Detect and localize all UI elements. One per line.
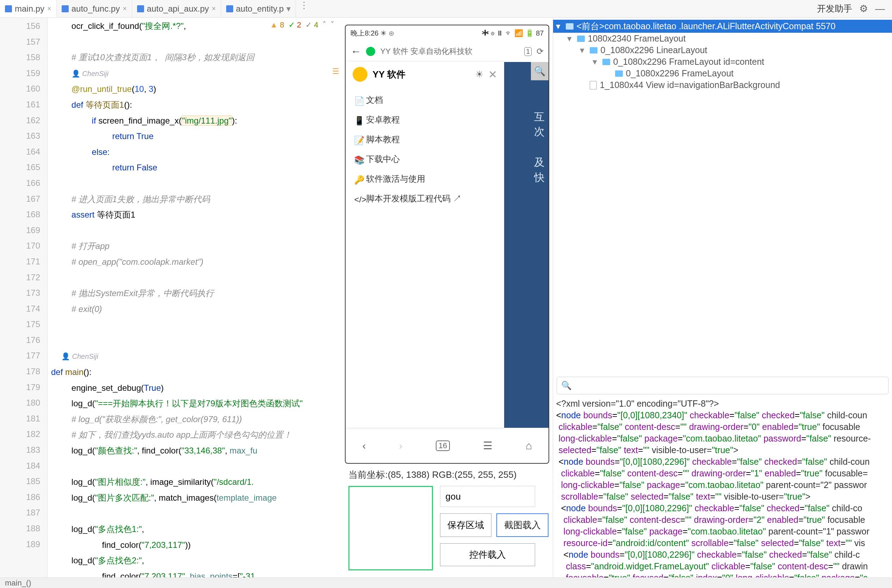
vertical-text: 互次 及快 bbox=[532, 104, 547, 177]
tab-auto-api-aux[interactable]: auto_api_aux.py × bbox=[132, 0, 221, 17]
tab-label: auto_entity.p bbox=[236, 4, 284, 14]
badge-errors[interactable]: 2 bbox=[288, 20, 301, 30]
tree-node-root[interactable]: ▾<前台>com.taobao.litetao .launcher.ALiFlu… bbox=[553, 20, 892, 33]
back-icon[interactable]: ← bbox=[350, 45, 361, 57]
badge-typos[interactable]: 4 bbox=[305, 20, 318, 30]
tab-count-badge[interactable]: 1 bbox=[524, 47, 532, 56]
controls-load-button[interactable]: 控件载入 bbox=[440, 543, 535, 566]
screenshot-load-button[interactable]: 截图载入 bbox=[496, 513, 548, 537]
tab-label: main.py bbox=[15, 4, 44, 14]
tree-node[interactable]: ▾0_1080x2296 LinearLayout bbox=[553, 44, 892, 56]
phone-status-bar: 晚上8:26 ✳ ⊙ ✱ ⊘ ⏸ ᯤ 📶 🔋 87 bbox=[345, 26, 548, 41]
chevron-down-icon[interactable]: ▾ bbox=[556, 21, 563, 32]
drawer-item-android-tutorial[interactable]: 📱安卓教程 bbox=[345, 110, 504, 130]
pencil-icon: 📝 bbox=[354, 135, 362, 143]
close-icon[interactable]: ✕ bbox=[488, 68, 497, 81]
python-file-icon bbox=[62, 5, 69, 12]
site-logo-icon bbox=[353, 67, 368, 82]
chevron-down-icon[interactable]: ▾ bbox=[567, 33, 574, 44]
page-background: 🔍 互次 及快 bbox=[504, 62, 548, 428]
books-icon: 📚 bbox=[354, 155, 362, 163]
badge-warnings[interactable]: 8 bbox=[270, 20, 284, 30]
chevron-down-icon[interactable]: ▾ bbox=[593, 57, 599, 67]
nav-menu-icon[interactable]: ☰ bbox=[483, 440, 493, 452]
assistant-title: 开发助手 bbox=[817, 3, 852, 14]
tree-search-input[interactable]: 🔍 bbox=[557, 377, 889, 394]
chevron-down-icon[interactable]: ▾ bbox=[287, 4, 291, 14]
drawer-item-activation[interactable]: 🔑软件激活与使用 bbox=[345, 169, 504, 189]
hamburger-icon[interactable]: ☰ bbox=[332, 67, 339, 76]
drawer-item-docs[interactable]: 📄文档 bbox=[345, 90, 504, 110]
tab-auto-entity[interactable]: auto_entity.p ▾ bbox=[221, 0, 296, 17]
theme-toggle-icon[interactable]: ☀ bbox=[475, 69, 484, 80]
ui-tree[interactable]: ▾<前台>com.taobao.litetao .launcher.ALiFlu… bbox=[553, 18, 892, 375]
tab-main-py[interactable]: main.py × bbox=[0, 0, 57, 17]
tab-label: auto_api_aux.py bbox=[147, 4, 209, 14]
coordinate-readout: 当前坐标:(85, 1388) RGB:(255, 255, 255) bbox=[345, 469, 517, 481]
more-icon[interactable]: ⋮ bbox=[296, 0, 312, 17]
tree-node[interactable]: ▾0_1080x2296 FrameLayout id=content bbox=[553, 56, 892, 68]
filename-input[interactable] bbox=[440, 486, 535, 507]
xml-dump[interactable]: <?xml version="1.0" encoding="UTF-8"?> <… bbox=[553, 396, 892, 578]
address-text[interactable]: YY 软件 安卓自动化科技软 bbox=[380, 46, 519, 57]
chevron-up-icon[interactable]: ˄ bbox=[322, 20, 326, 30]
nav-back-icon[interactable]: ‹ bbox=[362, 440, 366, 452]
code-editor[interactable]: ocr_click_if_found("搜全网.*?", # 重试10次查找页面… bbox=[48, 18, 341, 578]
minimize-icon[interactable]: — bbox=[875, 3, 885, 14]
drawer-items-list: 📄文档 📱安卓教程 📝脚本教程 📚下载中心 🔑软件激活与使用 </>脚本开发模版… bbox=[345, 87, 504, 212]
breadcrumb: main_() bbox=[5, 579, 32, 587]
drawer-item-download[interactable]: 📚下载中心 bbox=[345, 149, 504, 169]
folder-icon bbox=[590, 47, 598, 54]
browser-address-bar: ← YY 软件 安卓自动化科技软 1 ⟳ bbox=[345, 41, 548, 62]
key-icon: 🔑 bbox=[354, 175, 362, 183]
tree-node[interactable]: 1_1080x44 View id=navigationBarBackgroun… bbox=[553, 79, 892, 91]
folder-icon bbox=[615, 70, 623, 77]
gear-icon[interactable]: ⚙ bbox=[859, 3, 868, 14]
nav-tabs-button[interactable]: 16 bbox=[436, 441, 450, 451]
close-icon[interactable]: × bbox=[47, 4, 51, 13]
drawer-item-script-tutorial[interactable]: 📝脚本教程 bbox=[345, 130, 504, 149]
browser-nav-bar: ‹ › 16 ☰ ⌂ bbox=[345, 428, 548, 463]
author-hint: ChenSiji bbox=[61, 349, 98, 364]
tab-auto-func[interactable]: auto_func.py × bbox=[57, 0, 132, 17]
drawer-title: YY 软件 bbox=[372, 68, 470, 81]
search-icon[interactable]: 🔍 bbox=[531, 62, 548, 80]
status-bar: main_() bbox=[0, 578, 892, 588]
drawer-item-template-code[interactable]: </>脚本开发模版工程代码 ↗ bbox=[345, 189, 504, 208]
tab-label: auto_func.py bbox=[72, 4, 120, 14]
code-icon: </> bbox=[354, 195, 362, 202]
chevron-down-icon[interactable]: ˅ bbox=[330, 20, 334, 30]
phone-mirror[interactable]: 晚上8:26 ✳ ⊙ ✱ ⊘ ⏸ ᯤ 📶 🔋 87 ← YY 软件 安卓自动化科… bbox=[345, 25, 549, 464]
phone-icon: 📱 bbox=[354, 116, 362, 124]
file-icon bbox=[590, 81, 597, 89]
folder-icon bbox=[566, 23, 574, 30]
save-region-button[interactable]: 保存区域 bbox=[440, 513, 491, 537]
nav-forward-icon[interactable]: › bbox=[399, 440, 402, 452]
reload-icon[interactable]: ⟳ bbox=[536, 46, 544, 56]
chevron-down-icon[interactable]: ▾ bbox=[580, 45, 587, 55]
editor-tabs: main.py × auto_func.py × auto_api_aux.py… bbox=[0, 0, 810, 17]
line-gutter: 1561571581591601611621631641651661671681… bbox=[0, 18, 48, 578]
shield-icon[interactable] bbox=[366, 47, 375, 56]
side-drawer: YY 软件 ☀ ✕ 📄文档 📱安卓教程 📝脚本教程 📚下载中心 🔑软件激活与使用… bbox=[345, 62, 504, 428]
author-hint: ChenSiji bbox=[72, 66, 108, 82]
close-icon[interactable]: × bbox=[212, 4, 216, 13]
python-file-icon bbox=[5, 5, 12, 12]
tree-node[interactable]: 0_1080x2296 FrameLayout bbox=[553, 68, 892, 79]
folder-icon bbox=[577, 36, 585, 42]
python-file-icon bbox=[226, 5, 233, 12]
python-file-icon bbox=[137, 5, 144, 12]
folder-icon bbox=[602, 59, 610, 65]
inspection-badges[interactable]: 8 2 4 ˄ ˅ bbox=[270, 20, 335, 30]
close-icon[interactable]: × bbox=[123, 4, 127, 13]
tree-node[interactable]: ▾1080x2340 FrameLayout bbox=[553, 33, 892, 44]
capture-preview-box[interactable] bbox=[348, 486, 433, 570]
nav-home-icon[interactable]: ⌂ bbox=[526, 440, 532, 452]
document-icon: 📄 bbox=[354, 96, 362, 104]
